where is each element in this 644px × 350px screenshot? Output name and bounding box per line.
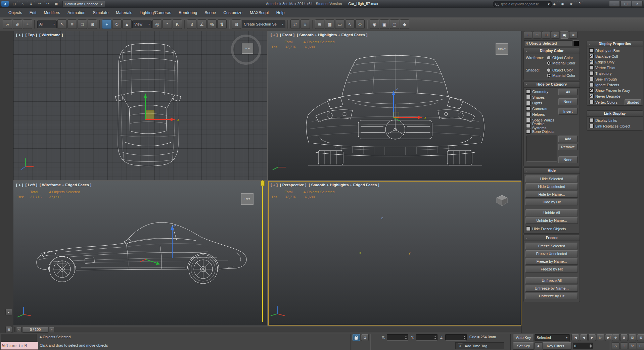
checkbox-see-through[interactable]: See-Through (587, 76, 643, 82)
redo-icon[interactable]: ↷ (44, 1, 52, 7)
checkbox-ignore-extents[interactable]: Ignore Extents (587, 82, 643, 88)
checkbox-shapes[interactable]: Shapes (524, 94, 558, 100)
window-crossing-icon[interactable]: ⊞ (88, 19, 97, 29)
freeze-selected-button[interactable]: Freeze Selected (525, 243, 578, 249)
curve-editor-icon[interactable]: ∿ (345, 19, 355, 29)
shaded-button[interactable]: Shaded (625, 99, 641, 105)
unlink-selection-icon[interactable]: ø (13, 19, 22, 29)
mirror-icon[interactable]: ⇄ (290, 19, 300, 29)
viewport-menu-shading[interactable]: [ Smooth + Highlights + Edged Faces ] (309, 183, 379, 187)
named-selection-sets-dropdown[interactable]: Create Selection Se▾ (242, 20, 285, 28)
viewport-top[interactable]: [ + ][ Top ][ Wireframe ] TOP (13, 31, 267, 180)
time-slider-handle[interactable]: 0 / 100 (22, 327, 48, 333)
radio-wireframe-object-color[interactable]: Object Color (547, 55, 575, 60)
render-setup-icon[interactable]: ▣ (380, 19, 389, 29)
viewport-menu-pov[interactable]: [ Left ] (26, 183, 37, 187)
checkbox-vertex-colors[interactable]: Vertex Colors Shaded (587, 99, 643, 105)
open-file-icon[interactable]: ⌂ (19, 1, 27, 7)
viewport-canvas-top[interactable]: x (13, 31, 267, 180)
viewport-menu-position[interactable]: [ + ] (271, 183, 278, 187)
tab-modify-icon[interactable]: ◠ (533, 31, 541, 39)
use-pivot-center-icon[interactable]: ◎ (152, 19, 162, 29)
none-button[interactable]: None (558, 98, 578, 105)
snaps-toggle-icon[interactable]: 3 (187, 19, 196, 29)
radio-shaded-object-color[interactable]: Object Color (547, 67, 575, 73)
select-and-manipulate-icon[interactable]: * (163, 19, 172, 29)
rollout-header[interactable]: -Hide (524, 168, 580, 174)
select-and-move-icon[interactable]: + (102, 19, 111, 29)
transform-gizmo[interactable]: z (140, 224, 176, 265)
category-listbox[interactable] (526, 136, 557, 162)
schematic-view-icon[interactable]: ◇ (355, 19, 365, 29)
none-button[interactable]: None (558, 156, 578, 163)
checkbox-show-frozen-in-gray[interactable]: Show Frozen in Gray (587, 88, 643, 93)
object-color-swatch[interactable] (573, 40, 579, 46)
unhide-by-name-button[interactable]: Unhide by Name... (525, 217, 578, 224)
viewport-layout-tabs-icon[interactable]: ⊞ (5, 326, 12, 333)
time-slider-next-icon[interactable]: > (49, 327, 54, 332)
rollout-header[interactable]: -Link Display (587, 111, 643, 117)
key-mode-dropdown[interactable]: Selected▾ (535, 334, 569, 341)
auto-key-button[interactable]: Auto Key (513, 334, 534, 341)
align-icon[interactable]: # (301, 19, 310, 29)
select-and-scale-icon[interactable]: ▲ (122, 19, 132, 29)
checkbox-link-replaces-object[interactable]: Link Replaces Object (587, 123, 643, 129)
rollout-header[interactable]: -Display Properties (587, 41, 643, 47)
unfreeze-by-name-button[interactable]: Unfreeze by Name... (525, 285, 578, 292)
toggle-scene-explorer-icon[interactable]: ≋ (315, 19, 324, 29)
menu-help[interactable]: Help (273, 8, 288, 17)
all-button[interactable]: All (558, 89, 578, 95)
checkbox-bone-objects[interactable]: Bone Objects (524, 129, 558, 134)
key-mode-toggle-icon[interactable]: ◆ (535, 342, 542, 349)
tab-motion-icon[interactable]: ◎ (551, 31, 559, 39)
time-tag-icon[interactable]: ○ (457, 343, 463, 349)
reference-coordinate-dropdown[interactable]: View▾ (132, 20, 152, 28)
infocenter-search[interactable]: ▾ (493, 1, 552, 7)
viewport-menu-position[interactable]: [ + ] (16, 183, 23, 187)
set-key-button[interactable]: Set Key (513, 342, 534, 350)
time-slider-track[interactable] (14, 327, 520, 332)
help-icon[interactable]: ? (576, 1, 583, 7)
unhide-all-button[interactable]: Unhide All (525, 209, 578, 216)
checkbox-never-degrade[interactable]: Never Degrade (587, 93, 643, 99)
checkbox-particle-systems[interactable]: Particle Systems (524, 123, 558, 129)
maxscript-mini-listener-top[interactable] (1, 334, 37, 342)
selection-name-field[interactable]: 4 Objects Selected (524, 40, 572, 46)
zoom-extents-icon[interactable]: ⊡ (629, 334, 636, 341)
orbit-icon[interactable]: ↻ (629, 342, 636, 349)
bind-to-space-warp-icon[interactable]: ≈ (23, 19, 32, 29)
radio-shaded-material-color[interactable]: Material Color (547, 73, 575, 78)
freeze-unselected-button[interactable]: Freeze Unselected (525, 250, 578, 257)
viewport-menu-pov[interactable]: [ Top ] (26, 33, 37, 37)
next-frame-icon[interactable]: ▷ (597, 334, 604, 341)
checkbox-backface-cull[interactable]: Backface Cull (587, 53, 643, 59)
remove-button[interactable]: Remove (558, 144, 578, 150)
rollout-header[interactable]: -Freeze (524, 235, 580, 241)
field-of-view-icon[interactable]: ◇ (612, 342, 619, 349)
viewport-left[interactable]: [ + ][ Left ][ Wireframe + Edged Faces ]… (13, 181, 267, 326)
selection-filter-dropdown[interactable]: All▾ (37, 20, 57, 28)
radio-wireframe-material-color[interactable]: Material Color (547, 60, 575, 66)
close-icon[interactable]: × (632, 1, 643, 7)
menu-maxscript[interactable]: MAXScript (246, 8, 273, 17)
viewcube[interactable]: LEFT (241, 193, 254, 205)
zoom-icon[interactable]: ⊕ (612, 334, 619, 341)
angle-snap-icon[interactable]: ∠ (197, 19, 206, 29)
hide-by-name-button[interactable]: Hide by Name... (525, 191, 578, 198)
zoom-all-icon[interactable]: ⊞ (620, 334, 628, 341)
viewport-perspective[interactable]: [ + ][ Perspective ][ Smooth + Highlight… (268, 181, 521, 326)
add-time-tag-field[interactable]: ○ Add Time Tag (455, 342, 504, 349)
viewport-menu-pov[interactable]: [ Front ] (280, 33, 294, 37)
menu-simulate[interactable]: Simulate (89, 8, 112, 17)
viewport-menu-pov[interactable]: [ Perspective ] (280, 183, 307, 187)
menu-objects[interactable]: Objects (5, 8, 26, 17)
selection-lock-toggle-icon[interactable] (353, 334, 360, 341)
tab-hierarchy-icon[interactable]: ⊟ (542, 31, 550, 39)
freeze-by-hit-button[interactable]: Freeze by Hit (525, 266, 578, 272)
checkbox-trajectory[interactable]: Trajectory (587, 70, 643, 76)
add-button[interactable]: Add (558, 136, 578, 142)
checkbox-display-as-box[interactable]: Display as Box (587, 48, 643, 53)
spinner-icon[interactable] (405, 336, 407, 339)
project-folder-icon[interactable]: ▦ (52, 1, 60, 7)
spinner-snap-icon[interactable]: ⇅ (217, 19, 227, 29)
